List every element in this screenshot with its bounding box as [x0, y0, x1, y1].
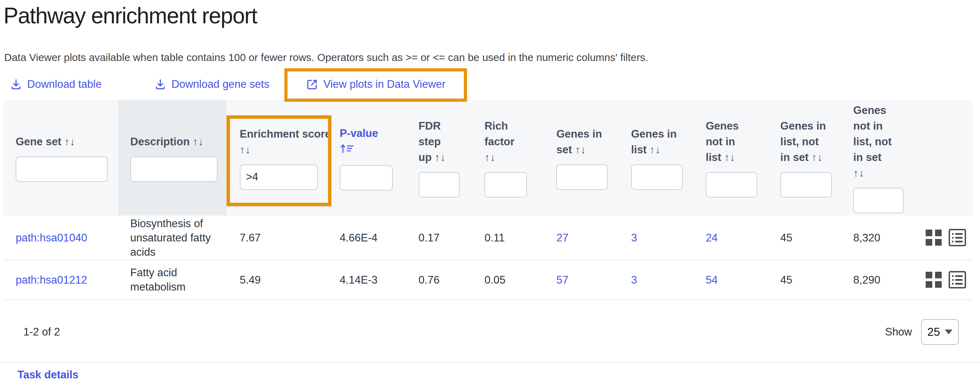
table-header-row: Gene set ↑↓ Description ↑↓ Enrichment sc…: [3, 100, 973, 216]
column-header-genes-in-list-not-in-set[interactable]: Genes in list, not in set ↑↓: [775, 100, 847, 216]
sort-icon[interactable]: ↑↓: [812, 151, 823, 163]
sort-icon[interactable]: ↑↓: [575, 144, 586, 156]
column-label: Gene set: [16, 135, 61, 148]
enrichment-score-filter-input[interactable]: [240, 164, 318, 190]
sort-icon[interactable]: ↑↓: [724, 151, 735, 163]
genes-not-in-list-link[interactable]: 24: [700, 230, 775, 245]
page-size-select[interactable]: 25: [921, 319, 959, 345]
list-details-icon[interactable]: [949, 271, 966, 289]
rich-factor-cell: 0.11: [477, 230, 550, 245]
show-label: Show: [885, 326, 912, 338]
enrichment-score-cell: 7.67: [226, 230, 334, 245]
enrichment-score-cell: 5.49: [226, 273, 334, 287]
sort-icon[interactable]: ↑↓: [650, 144, 661, 156]
genes-in-list-not-in-set-cell: 45: [775, 230, 847, 245]
column-label: Genes not in list, not in set: [853, 104, 891, 164]
row-actions: [920, 271, 973, 289]
gene-set-filter-input[interactable]: [16, 156, 108, 182]
table-row: path:hsa01040 Biosynthesis of unsaturate…: [3, 216, 973, 260]
column-header-rich-factor[interactable]: Rich factor ↑↓: [477, 100, 550, 216]
genes-in-list-link[interactable]: 3: [625, 230, 700, 245]
table-row: path:hsa01212 Fatty acid metabolism 5.49…: [3, 260, 973, 300]
genes-not-in-list-link[interactable]: 54: [700, 273, 775, 287]
download-table-link[interactable]: Download table: [10, 75, 102, 94]
fdr-step-up-filter-input[interactable]: [418, 172, 460, 197]
pagination-range: 1-2 of 2: [23, 326, 60, 338]
genes-not-in-list-not-in-set-cell: 8,320: [847, 230, 920, 245]
sort-ascending-icon[interactable]: [340, 143, 378, 158]
chevron-down-icon: [945, 330, 953, 334]
genes-in-list-link[interactable]: 3: [625, 273, 700, 287]
column-label: Description: [130, 135, 190, 148]
table-footer: 1-2 of 2 Show 25: [3, 302, 973, 362]
column-header-enrichment-score[interactable]: Enrichment score ↑↓: [226, 100, 334, 216]
p-value-filter-input[interactable]: [340, 165, 393, 191]
genes-in-set-link[interactable]: 27: [550, 230, 625, 245]
rich-factor-cell: 0.05: [477, 273, 550, 287]
download-table-label: Download table: [27, 78, 102, 91]
column-header-genes-not-in-list-not-in-set[interactable]: Genes not in list, not in set ↑↓: [847, 100, 920, 216]
description-cell: Biosynthesis of unsaturated fatty acids: [118, 216, 226, 259]
column-label: Enrichment score: [240, 128, 331, 140]
fdr-step-up-cell: 0.17: [412, 230, 477, 245]
sort-icon[interactable]: ↑↓: [484, 151, 496, 163]
fdr-step-up-cell: 0.76: [412, 273, 477, 287]
download-gene-sets-link[interactable]: Download gene sets: [154, 75, 269, 94]
grid-view-icon[interactable]: [926, 272, 942, 288]
download-icon: [154, 78, 167, 91]
sort-icon[interactable]: ↑↓: [853, 167, 864, 179]
genes-not-in-list-filter-input[interactable]: [706, 172, 757, 197]
rich-factor-filter-input[interactable]: [484, 172, 527, 197]
gene-set-link[interactable]: path:hsa01212: [3, 273, 118, 287]
sort-icon[interactable]: ↑↓: [434, 151, 446, 163]
genes-in-list-filter-input[interactable]: [631, 164, 683, 190]
column-header-description[interactable]: Description ↑↓: [118, 100, 226, 216]
gene-set-link[interactable]: path:hsa01040: [3, 230, 118, 245]
divider: [0, 362, 980, 363]
column-label: P-value: [340, 127, 378, 139]
page-subtitle: Data Viewer plots available when table c…: [4, 52, 648, 64]
column-header-gene-set[interactable]: Gene set ↑↓: [3, 100, 118, 216]
genes-in-list-not-in-set-filter-input[interactable]: [780, 172, 832, 197]
column-header-genes-in-list[interactable]: Genes in list ↑↓: [625, 100, 700, 216]
genes-not-in-list-not-in-set-cell: 8,290: [847, 273, 920, 287]
view-plots-label: View plots in Data Viewer: [323, 78, 445, 91]
list-details-icon[interactable]: [949, 229, 966, 246]
task-details-link[interactable]: Task details: [18, 369, 78, 381]
column-label: Rich factor: [484, 120, 514, 148]
external-link-icon: [306, 78, 318, 91]
page-size-group: Show 25: [885, 319, 959, 345]
description-cell: Fatty acid metabolism: [118, 265, 226, 294]
column-header-fdr-step-up[interactable]: FDR step up ↑↓: [412, 100, 477, 216]
download-icon: [10, 78, 22, 91]
p-value-cell: 4.14E-3: [334, 273, 412, 287]
download-gene-sets-label: Download gene sets: [172, 78, 269, 91]
view-plots-link[interactable]: View plots in Data Viewer: [306, 75, 445, 94]
genes-in-list-not-in-set-cell: 45: [775, 273, 847, 287]
column-header-genes-in-set[interactable]: Genes in set ↑↓: [550, 100, 625, 216]
genes-in-set-filter-input[interactable]: [556, 164, 608, 190]
column-header-actions: [920, 100, 973, 216]
column-header-genes-not-in-list[interactable]: Genes not in list ↑↓: [700, 100, 775, 216]
sort-icon[interactable]: ↑↓: [240, 144, 251, 156]
sort-icon[interactable]: ↑↓: [193, 136, 204, 147]
genes-not-in-list-not-in-set-filter-input[interactable]: [853, 188, 904, 213]
sort-icon[interactable]: ↑↓: [64, 136, 76, 147]
enrichment-table: Gene set ↑↓ Description ↑↓ Enrichment sc…: [3, 100, 973, 300]
genes-in-set-link[interactable]: 57: [550, 273, 625, 287]
row-actions: [920, 229, 973, 246]
description-filter-input[interactable]: [130, 156, 218, 182]
grid-view-icon[interactable]: [926, 230, 942, 246]
page-size-value: 25: [928, 326, 940, 338]
p-value-cell: 4.66E-4: [334, 230, 412, 245]
column-header-p-value[interactable]: P-value: [334, 100, 412, 216]
page-title: Pathway enrichment report: [3, 3, 257, 29]
